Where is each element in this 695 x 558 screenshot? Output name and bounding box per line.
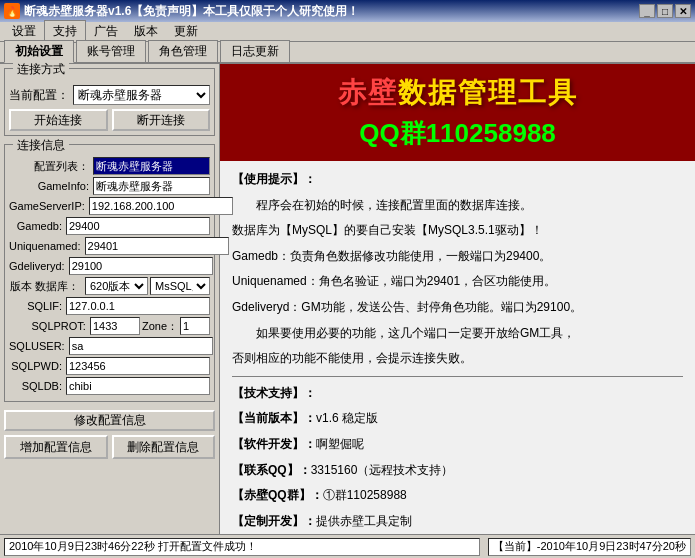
status-left: 2010年10月9日23时46分22秒 打开配置文件成功！ bbox=[4, 538, 480, 556]
hint-title: 【使用提示】： bbox=[232, 169, 683, 191]
gdelivery-label: Gdeliveryd: bbox=[9, 260, 65, 272]
stop-connect-button[interactable]: 断开连接 bbox=[112, 109, 211, 131]
config-list-value: 断魂赤壁服务器 bbox=[93, 157, 210, 175]
hint5: Gdeliveryd：GM功能，发送公告、封停角色功能。端口为29100。 bbox=[232, 297, 683, 319]
banner-title-part2: 数据管理工具 bbox=[398, 77, 578, 108]
version-label: 版本 数据库： bbox=[9, 279, 79, 294]
menu-version[interactable]: 版本 bbox=[126, 21, 166, 42]
connect-group: 连接方式 当前配置： 断魂赤壁服务器 开始连接 断开连接 bbox=[4, 68, 215, 136]
info-content: 【使用提示】： 程序会在初始的时候，连接配置里面的数据库连接。 数据库为【MyS… bbox=[220, 161, 695, 534]
divider bbox=[232, 376, 683, 377]
custom-info: 【定制开发】：提供赤壁工具定制 bbox=[232, 511, 683, 533]
minimize-button[interactable]: _ bbox=[639, 4, 655, 18]
menu-bar: 设置 支持 广告 版本 更新 bbox=[0, 22, 695, 42]
main-content: 连接方式 当前配置： 断魂赤壁服务器 开始连接 断开连接 连接信息 配置列表： … bbox=[0, 64, 695, 534]
tab-log-update[interactable]: 日志更新 bbox=[220, 40, 290, 62]
hint4: Uniquenamed：角色名验证，端口为29401，合区功能使用。 bbox=[232, 271, 683, 293]
tabs-bar: 初始设置 账号管理 角色管理 日志更新 bbox=[0, 42, 695, 64]
menu-update[interactable]: 更新 bbox=[166, 21, 206, 42]
menu-ads[interactable]: 广告 bbox=[86, 21, 126, 42]
status-right: 【当前】-2010年10月9日23时47分20秒 bbox=[488, 538, 691, 556]
connection-info-group: 连接信息 配置列表： 断魂赤壁服务器 GameInfo: 断魂赤壁服务器 Gam… bbox=[4, 144, 215, 402]
app-icon: 🔥 bbox=[4, 3, 20, 19]
tab-role-mgmt[interactable]: 角色管理 bbox=[148, 40, 218, 62]
hint1: 程序会在初始的时候，连接配置里面的数据库连接。 bbox=[232, 195, 683, 217]
gdelivery-input[interactable] bbox=[69, 257, 213, 275]
current-config-select[interactable]: 断魂赤壁服务器 bbox=[73, 85, 210, 105]
left-panel: 连接方式 当前配置： 断魂赤壁服务器 开始连接 断开连接 连接信息 配置列表： … bbox=[0, 64, 220, 534]
support-title: 【技术支持】： bbox=[232, 383, 683, 405]
sqlprot-input[interactable] bbox=[90, 317, 140, 335]
gamedb-input[interactable] bbox=[66, 217, 210, 235]
banner-qq-label: QQ群 bbox=[359, 118, 425, 148]
sqlif-label: SQLIF: bbox=[9, 300, 62, 312]
sqlpwd-input[interactable] bbox=[66, 357, 210, 375]
zone-input[interactable] bbox=[180, 317, 210, 335]
version-select[interactable]: 620版本 bbox=[85, 277, 148, 295]
start-connect-button[interactable]: 开始连接 bbox=[9, 109, 108, 131]
db-type-select[interactable]: MsSQL库 bbox=[150, 277, 210, 295]
sqlif-input[interactable] bbox=[66, 297, 210, 315]
gameserver-label: GameServerIP: bbox=[9, 200, 85, 212]
version-info: 【当前版本】：v1.6 稳定版 bbox=[232, 408, 683, 430]
hint3: Gamedb：负责角色数据修改功能使用，一般端口为29400。 bbox=[232, 246, 683, 268]
window-title: 断魂赤壁服务器v1.6【免责声明】本工具仅限于个人研究使用！ bbox=[24, 3, 359, 20]
title-bar: 🔥 断魂赤壁服务器v1.6【免责声明】本工具仅限于个人研究使用！ _ □ ✕ bbox=[0, 0, 695, 22]
right-panel: 赤壁数据管理工具 QQ群110258988 【使用提示】： 程序会在初始的时候，… bbox=[220, 64, 695, 534]
status-bar: 2010年10月9日23时46分22秒 打开配置文件成功！ 【当前】-2010年… bbox=[0, 534, 695, 558]
cbqq-info: 【赤壁QQ群】：①群110258988 bbox=[232, 485, 683, 507]
modify-config-button[interactable]: 修改配置信息 bbox=[4, 410, 215, 431]
banner: 赤壁数据管理工具 QQ群110258988 bbox=[220, 64, 695, 161]
sqluser-label: SQLUSER: bbox=[9, 340, 65, 352]
sqlpwd-label: SQLPWD: bbox=[9, 360, 62, 372]
tab-initial-setup[interactable]: 初始设置 bbox=[4, 40, 74, 63]
sqldb-input[interactable] bbox=[66, 377, 210, 395]
menu-settings[interactable]: 设置 bbox=[4, 21, 44, 42]
hint2: 数据库为【MySQL】的要自己安装【MySQL3.5.1驱动】！ bbox=[232, 220, 683, 242]
banner-title: 赤壁数据管理工具 bbox=[338, 74, 578, 112]
zone-label: Zone： bbox=[142, 319, 178, 334]
sqluser-input[interactable] bbox=[69, 337, 213, 355]
config-list-label: 配置列表： bbox=[9, 159, 89, 174]
maximize-button[interactable]: □ bbox=[657, 4, 673, 18]
hint6: 如果要使用必要的功能，这几个端口一定要开放给GM工具， bbox=[232, 323, 683, 345]
sqlprot-label: SQLPROT: bbox=[9, 320, 86, 332]
gameinfo-value: 断魂赤壁服务器 bbox=[93, 177, 210, 195]
window-controls: _ □ ✕ bbox=[639, 4, 691, 18]
banner-qq: QQ群110258988 bbox=[359, 116, 556, 151]
tab-account-mgmt[interactable]: 账号管理 bbox=[76, 40, 146, 62]
connect-group-title: 连接方式 bbox=[13, 61, 69, 78]
close-button[interactable]: ✕ bbox=[675, 4, 691, 18]
dev-info: 【软件开发】：啊塑倔呢 bbox=[232, 434, 683, 456]
action-buttons: 修改配置信息 增加配置信息 删除配置信息 bbox=[4, 410, 215, 459]
gamedb-label: Gamedb: bbox=[9, 220, 62, 232]
unique-label: Uniquenamed: bbox=[9, 240, 81, 252]
sqldb-label: SQLDB: bbox=[9, 380, 62, 392]
gameserver-input[interactable] bbox=[89, 197, 233, 215]
banner-title-part1: 赤壁 bbox=[338, 77, 398, 108]
info-group-title: 连接信息 bbox=[13, 137, 69, 154]
current-config-label: 当前配置： bbox=[9, 87, 69, 104]
gameinfo-label: GameInfo: bbox=[9, 180, 89, 192]
delete-config-button[interactable]: 删除配置信息 bbox=[112, 435, 216, 459]
qq-info: 【联系QQ】：3315160（远程技术支持） bbox=[232, 460, 683, 482]
add-config-button[interactable]: 增加配置信息 bbox=[4, 435, 108, 459]
banner-qq-number: 110258988 bbox=[426, 118, 556, 148]
hint7: 否则相应的功能不能使用，会提示连接失败。 bbox=[232, 348, 683, 370]
unique-input[interactable] bbox=[85, 237, 229, 255]
